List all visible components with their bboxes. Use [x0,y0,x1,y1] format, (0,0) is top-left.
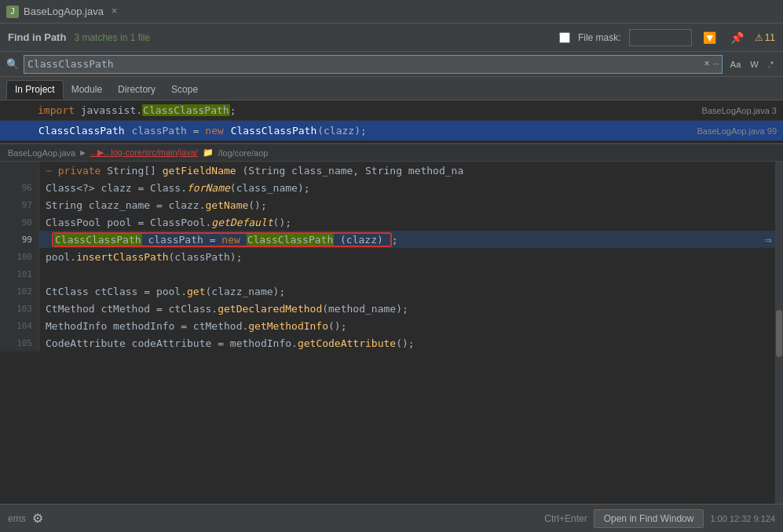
code-highlight: ClassClassPath [142,104,230,116]
search-row: 🔍 × ↔ Aa W .* [0,52,783,77]
code-text: String[] [107,165,162,177]
code-line: 102 CtClass ctClass = pool.get(clazz_nam… [0,282,783,300]
code-text: Class<?> clazz = Class. [46,182,187,194]
code-content: pool.insertClassPath(classPath); [39,251,783,263]
gutter: 103 [0,300,39,317]
open-in-find-window-button[interactable]: Open in Find Window [594,509,704,528]
code-content: String clazz_name = clazz.getName(); [39,199,783,211]
code-middle: classPath = [126,125,206,137]
file-icon: J [6,5,19,18]
method-name: getFieldName [163,165,236,177]
code-line: 100 pool.insertClassPath(classPath); [0,248,783,265]
code-suffix: ; [230,104,236,116]
code-text: ; [392,234,398,246]
tab-module[interactable]: Module [64,81,110,100]
gutter: 99 [0,231,39,248]
result-row[interactable]: ClassClassPath classPath = new ClassClas… [0,121,783,141]
code-editor: ⋯ private String[] getFieldName (String … [0,162,783,532]
gutter [0,162,39,179]
regex-button[interactable]: .* [765,58,777,71]
pin-button[interactable]: 📌 [727,30,747,46]
code-content: MethodInfo methodInfo = ctMethod.getMeth… [39,320,783,332]
title-bar: J BaseLogAop.java × [0,0,783,24]
search-input[interactable] [27,58,701,70]
method-name: getDefault [211,217,273,228]
method-name: getCodeAttribute [298,337,396,349]
file-path-bar: BaseLogAop.java ▶ ...▶...log-core/src/ma… [0,143,783,162]
copy-icon[interactable]: ⇒ [764,232,772,247]
shortcut-label: Ctrl+Enter [544,513,587,524]
warning-icon: ⚠ [755,32,763,43]
code-content: Class<?> clazz = Class.forName(class_nam… [39,182,783,194]
code-content: CtClass ctClass = pool.get(clazz_name); [39,286,783,297]
timestamp: 1:00 12:32 9:124 [710,514,775,523]
code-line: ⋯ private String[] getFieldName (String … [0,162,783,179]
clear-search-button[interactable]: × [704,59,709,70]
code-text: String clazz_name = clazz. [46,199,206,211]
path-arrow: ▶ [80,148,86,158]
warning-badge: ⚠ 11 [755,32,775,43]
gutter: 98 [0,213,39,231]
code-text: (method_name); [322,303,408,315]
tab-directory[interactable]: Directory [110,81,163,100]
warning-count: 11 [765,32,775,43]
bottom-bar: ems ⚙ Ctrl+Enter Open in Find Window 1:0… [0,504,783,532]
code-prefix: import [38,104,81,116]
code-text: (clazz) [340,234,383,246]
tab-scope[interactable]: Scope [163,81,206,100]
search-icon: 🔍 [6,58,19,71]
highlight-token: ClassClassPath [247,234,335,246]
code-text: (clazz_name); [206,286,286,297]
code-text: (); [273,217,291,228]
method-name: getMethodInfo [248,320,328,332]
filepath-suffix: /log/core/aop [218,148,269,158]
code-text: MethodInfo methodInfo = ctMethod. [46,320,248,332]
code-text: javassist. [81,104,142,116]
scrollbar-vertical[interactable] [775,162,783,532]
highlight-token: ClassClassPath [54,234,142,246]
tab-in-project[interactable]: In Project [6,80,64,100]
code-line: 104 MethodInfo methodInfo = ctMethod.get… [0,317,783,334]
code-line-99: 99 ClassClassPath classPath = new ClassC… [0,231,783,248]
code-text: CtMethod ctMethod = ctClass. [46,303,218,315]
code-text: classPath = [148,234,221,246]
file-mask-input[interactable] [629,29,692,46]
code-highlight-left: ClassClassPath [38,125,126,137]
keyword: private [58,165,108,177]
filepath-path: ...▶...log-core/src/main/java/ [90,148,198,158]
keyword-new: new [221,234,246,246]
tabs-row: In Project Module Directory Scope [0,77,783,100]
filter-button[interactable]: 🔽 [700,30,719,46]
whole-word-button[interactable]: W [747,58,761,71]
search-input-wrap[interactable]: × ↔ [24,55,723,74]
settings-button[interactable]: ⚙ [32,511,43,526]
code-text: pool. [46,251,76,263]
method-name: getName [206,199,249,211]
method-name: getDeclaredMethod [218,303,322,315]
gutter: 101 [0,265,39,282]
code-new-kw: new [205,125,229,137]
code-text: (class_name); [230,182,310,194]
code-content: CodeAttribute codeAttribute = methodInfo… [39,337,783,349]
code-text: (); [396,337,414,349]
file-mask-label: File mask: [578,32,621,43]
replace-icon: ↔ [713,59,719,70]
matches-count: 3 matches in 1 file [74,32,150,43]
gutter: 100 [0,248,39,265]
scrollbar-thumb[interactable] [776,310,782,357]
result-row[interactable]: import javassist.ClassClassPath; BaseLog… [0,100,783,121]
code-text [46,234,52,246]
method-name: insertClassPath [76,251,168,263]
find-title: Find in Path [8,31,66,43]
file-mask-checkbox[interactable] [559,32,570,43]
code-line: 96 Class<?> clazz = Class.forName(class_… [0,179,783,196]
method-name: forName [187,182,230,194]
gutter: 104 [0,317,39,334]
gutter: 97 [0,196,39,213]
case-sensitive-button[interactable]: Aa [727,58,744,71]
gutter: 105 [0,334,39,352]
close-tab-button[interactable]: × [112,6,117,17]
code-text: CodeAttribute codeAttribute = methodInfo… [46,337,298,349]
code-text: ⋯ [46,165,58,177]
filepath-file: BaseLogAop.java [8,148,75,158]
